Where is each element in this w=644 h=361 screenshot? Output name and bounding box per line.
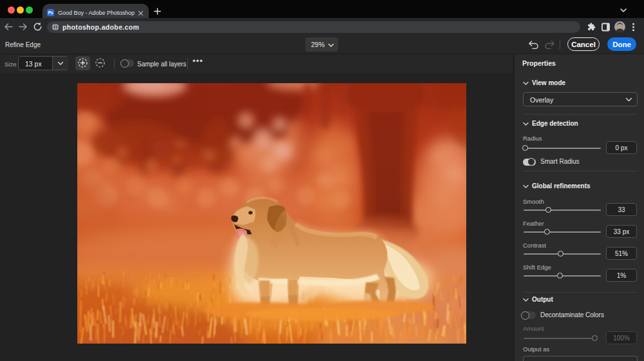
svg-text:Ps: Ps — [48, 10, 53, 15]
